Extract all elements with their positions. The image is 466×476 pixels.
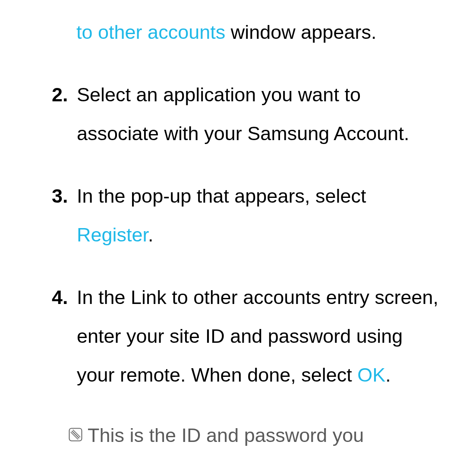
step-post: . [148,224,154,246]
step-text: In the pop-up that appears, select Regis… [77,177,440,254]
step-2: 2. Select an application you want to ass… [52,75,440,153]
step-text: Select an application you want to associ… [77,75,440,153]
note-icon [68,416,88,442]
step-4: 4. In the Link to other accounts entry s… [52,278,440,395]
step-post: . [385,364,391,386]
ok-link: OK [357,364,385,386]
step-3: 3. In the pop-up that appears, select Re… [52,177,440,254]
step-number: 2. [52,75,77,114]
register-link: Register [77,224,148,246]
step-text: In the Link to other accounts entry scre… [77,278,440,395]
note: This is the ID and password you [52,416,440,455]
continuation-line: to other accounts window appears. [52,13,440,52]
step-pre: In the pop-up that appears, select [77,185,366,207]
step-number: 3. [52,177,77,216]
step-number: 4. [52,278,77,317]
note-text: This is the ID and password you [88,416,440,455]
fragment-rest: window appears. [225,21,376,43]
link-to-other-accounts: to other accounts [76,21,225,43]
